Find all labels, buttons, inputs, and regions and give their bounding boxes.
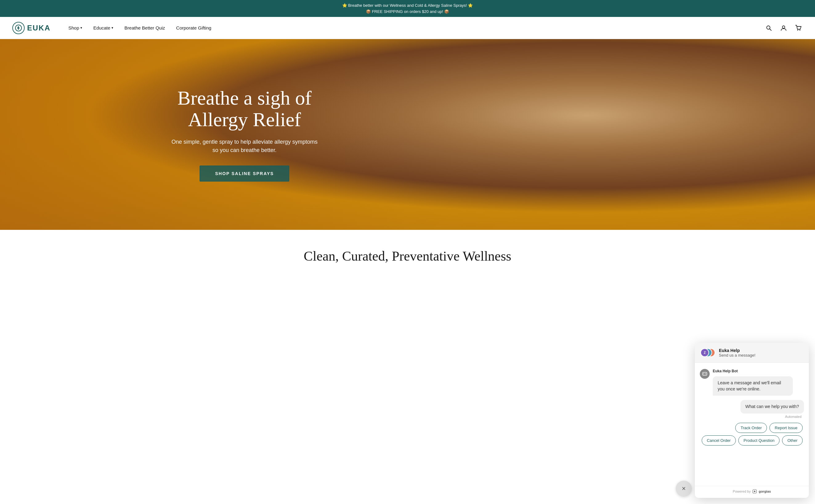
svg-line-2 <box>770 29 772 30</box>
chevron-down-icon: ▾ <box>80 26 82 30</box>
announcement-line1: ⭐ Breathe better with our Wellness and C… <box>6 2 809 9</box>
svg-point-5 <box>800 30 801 30</box>
nav-item-educate[interactable]: Educate ▾ <box>88 17 119 39</box>
nav-item-quiz[interactable]: Breathe Better Quiz <box>119 17 170 39</box>
logo[interactable]: EUKA <box>12 22 50 34</box>
nav-item-shop[interactable]: Shop ▾ <box>63 17 88 39</box>
hero-content: Breathe a sigh of Allergy Relief One sim… <box>0 39 489 230</box>
chevron-down-icon: ▾ <box>111 26 113 30</box>
announcement-line2: 📦 FREE SHIPPING on orders $20 and up! 📦 <box>6 9 809 15</box>
below-fold-section: Clean, Curated, Preventative Wellness <box>0 230 815 276</box>
header-icons <box>765 24 803 32</box>
below-fold-title: Clean, Curated, Preventative Wellness <box>12 248 803 264</box>
nav-item-gifting[interactable]: Corporate Gifting <box>170 17 217 39</box>
svg-point-3 <box>782 26 785 28</box>
shop-saline-sprays-button[interactable]: SHOP SALINE SPRAYS <box>199 166 289 182</box>
account-icon[interactable] <box>779 24 788 32</box>
logo-text: EUKA <box>27 24 50 32</box>
svg-point-4 <box>797 30 798 30</box>
hero-section: Breathe a sigh of Allergy Relief One sim… <box>0 39 815 230</box>
hero-subtitle: One simple, gentle spray to help allevia… <box>170 138 319 154</box>
announcement-bar: ⭐ Breathe better with our Wellness and C… <box>0 0 815 17</box>
cart-icon[interactable] <box>794 24 803 32</box>
header: EUKA Shop ▾ Educate ▾ Breathe Better Qui… <box>0 17 815 39</box>
main-nav: Shop ▾ Educate ▾ Breathe Better Quiz Cor… <box>63 17 765 39</box>
hero-title: Breathe a sigh of Allergy Relief <box>177 87 311 131</box>
search-icon[interactable] <box>765 24 773 32</box>
logo-icon <box>12 22 25 34</box>
